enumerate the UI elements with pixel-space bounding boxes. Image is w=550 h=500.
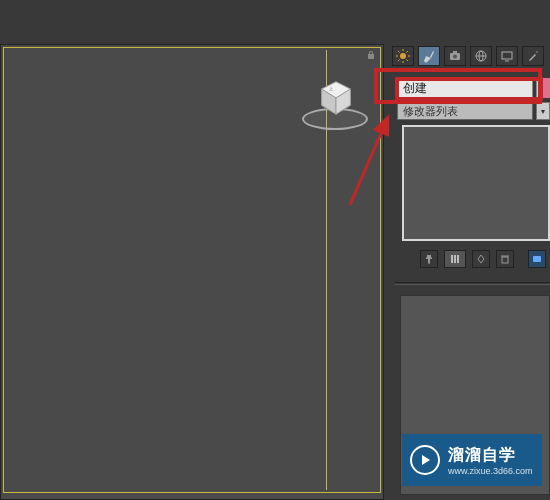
viewcube[interactable]: 上 (302, 68, 368, 138)
make-unique-button[interactable] (472, 250, 490, 268)
watermark-url: www.zixue.3d66.com (448, 466, 533, 476)
watermark-title: 溜溜自学 (448, 445, 533, 466)
svg-rect-24 (457, 255, 459, 263)
svg-line-10 (398, 51, 400, 53)
show-end-result-button[interactable] (444, 250, 466, 268)
monitor-icon[interactable] (496, 46, 518, 66)
svg-rect-16 (453, 51, 457, 53)
modifier-stack-list[interactable] (402, 125, 550, 241)
svg-rect-23 (454, 255, 456, 263)
camera-icon[interactable] (444, 46, 466, 66)
configure-button[interactable] (528, 250, 546, 268)
lock-icon (366, 50, 376, 62)
wand-icon[interactable] (522, 46, 544, 66)
svg-line-11 (407, 60, 409, 62)
sun-icon[interactable] (392, 46, 414, 66)
globe-icon[interactable] (470, 46, 492, 66)
pin-stack-button[interactable] (420, 250, 438, 268)
viewcube-cube[interactable]: 上 (318, 80, 354, 116)
top-toolbar (388, 44, 550, 68)
svg-line-13 (407, 51, 409, 53)
modifier-list-dropdown[interactable]: 修改器列表 (397, 102, 533, 120)
svg-rect-25 (502, 257, 508, 263)
svg-rect-27 (533, 256, 541, 262)
svg-line-12 (398, 60, 400, 62)
remove-modifier-button[interactable] (496, 250, 514, 268)
play-icon (410, 445, 440, 475)
brush-icon[interactable] (418, 46, 440, 66)
stack-toolbar (420, 250, 546, 268)
create-dropdown-label: 创建 (403, 80, 427, 97)
svg-point-5 (400, 53, 406, 59)
svg-rect-20 (502, 52, 512, 59)
dropdown-arrow-2-icon[interactable]: ▼ (536, 102, 550, 120)
svg-point-15 (453, 55, 457, 59)
pink-button[interactable] (543, 78, 550, 98)
create-dropdown[interactable]: 创建 (397, 78, 533, 98)
watermark: 溜溜自学 www.zixue.3d66.com (402, 434, 542, 486)
modifier-list-label: 修改器列表 (403, 104, 458, 119)
panel-divider (395, 282, 550, 285)
svg-rect-22 (451, 255, 453, 263)
svg-text:上: 上 (329, 86, 333, 91)
